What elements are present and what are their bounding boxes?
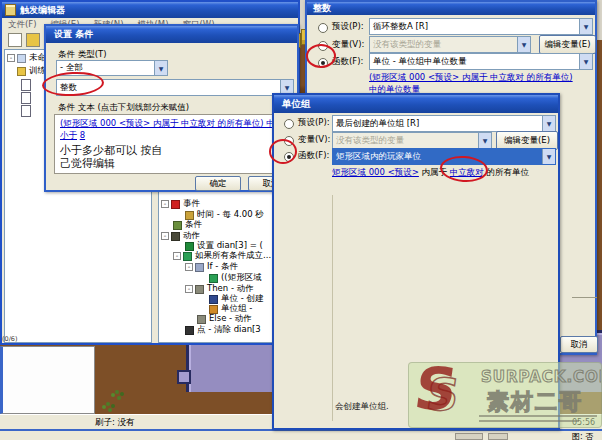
chevron-down-icon[interactable]: ▼: [542, 149, 555, 164]
divider: [572, 297, 597, 298]
panel-divider: [332, 195, 333, 421]
condition-category-combo[interactable]: - 全部 ▼: [56, 60, 168, 76]
tree-row-if-then-else[interactable]: -如果所有条件成立...: [161, 251, 271, 261]
player-link[interactable]: 中立敌对: [450, 167, 484, 177]
variable-combo: 没有该类型的变量 ▼: [369, 36, 531, 53]
chevron-down-icon[interactable]: ▼: [579, 19, 592, 34]
open-folder-icon[interactable]: [26, 33, 40, 47]
time-text: 05:56: [572, 418, 595, 427]
layer-counter: (0/6): [2, 335, 18, 343]
function-description-link[interactable]: (矩形区域 000 <预设> 内属于 中立敌对 的所有单位): [369, 72, 573, 84]
variable-radio[interactable]: [318, 41, 328, 51]
unit-group-footer-text: 会创建单位组.: [335, 401, 389, 413]
chevron-down-icon[interactable]: ▼: [542, 116, 555, 131]
trigger-doc-icon[interactable]: [21, 92, 31, 104]
set-condition-dialog: 设置 条件 条件 类型(T) - 全部 ▼ 整数 ▼ 条件 文本 (点击下划线部…: [44, 24, 299, 192]
unit-group-dialog: 单位组 预设(P): 最后创建的单位组 [R] ▼ 变量(V): 没有该类型的变…: [272, 93, 560, 430]
collapse-icon[interactable]: -: [173, 252, 181, 260]
tree-row-conditions[interactable]: 条件: [161, 220, 202, 230]
integer-dialog-title: 整数: [313, 2, 331, 15]
tree-row-point-clear[interactable]: 点 - 清除 dian[3: [161, 325, 261, 335]
chevron-down-icon[interactable]: ▼: [579, 54, 592, 69]
point-icon: [185, 326, 194, 335]
collapse-icon[interactable]: -: [7, 54, 15, 62]
preset-combo[interactable]: 最后创建的单位组 [R] ▼: [332, 115, 556, 132]
collapse-icon[interactable]: -: [161, 200, 169, 208]
variable-label: 变量(V):: [332, 39, 364, 51]
trigger-editor-titlebar[interactable]: 触发编辑器: [2, 2, 298, 18]
tree-row-if[interactable]: -If - 条件: [161, 262, 238, 272]
map-icon: [17, 54, 26, 63]
condition-type-combo[interactable]: 整数 ▼: [56, 79, 294, 96]
unit-group-titlebar[interactable]: 单位组: [274, 95, 558, 113]
set-condition-title: 设置 条件: [54, 28, 93, 41]
tree-row-else[interactable]: Else - 动作: [161, 314, 252, 324]
set-variable-icon: [185, 242, 194, 251]
condition-icon: [209, 274, 218, 283]
folder-icon: [17, 67, 26, 76]
tree-folder-row[interactable]: 训练: [17, 66, 46, 76]
value-link[interactable]: 8: [80, 130, 85, 140]
tree-row-event-time[interactable]: 时间 - 每 4.00 秒: [161, 210, 264, 220]
variable-label: 变量(V):: [298, 134, 330, 146]
cancel-button[interactable]: 取消: [560, 336, 598, 353]
preset-combo[interactable]: 循环整数A [R] ▼: [369, 18, 593, 35]
unit-icon: [209, 295, 218, 304]
chevron-down-icon[interactable]: ▼: [154, 61, 167, 75]
trigger-editor-title: 触发编辑器: [20, 4, 65, 17]
variable-combo: 没有该类型的变量 ▼: [332, 132, 492, 149]
ok-button[interactable]: 确定: [195, 176, 241, 191]
condition-operator-line: 小于 8: [60, 130, 85, 142]
condition-text-link[interactable]: (矩形区域 000 <预设> 内属于 中立敌对 的所有单位) 中的单位数量: [60, 118, 292, 130]
function-radio[interactable]: [318, 58, 328, 68]
function-combo[interactable]: 单位 - 单位组中单位数量 ▼: [369, 53, 593, 70]
function-combo[interactable]: 矩形区域内的玩家单位 ▼: [332, 148, 556, 165]
tree-row-actions[interactable]: -动作: [161, 231, 200, 241]
operator-link[interactable]: 小于: [60, 130, 77, 140]
collapse-icon[interactable]: -: [161, 232, 169, 240]
if-branch-icon: [195, 263, 204, 272]
then-branch-icon: [195, 285, 204, 294]
trigger-doc-icon[interactable]: [21, 105, 31, 117]
chevron-down-icon: ▼: [517, 37, 530, 52]
status-widget: [488, 433, 508, 440]
preset-radio[interactable]: [284, 119, 294, 129]
map-flag-text: 图: 否: [572, 431, 593, 440]
condition-icon: [173, 221, 182, 230]
grass-tuft: [106, 402, 110, 406]
annotation-note: 小于多少都可以 按自 己觉得编辑: [60, 144, 163, 170]
flag-icon: [171, 200, 180, 209]
set-condition-titlebar[interactable]: 设置 条件: [46, 26, 297, 43]
collapse-icon[interactable]: -: [185, 285, 193, 293]
chevron-down-icon: ▼: [478, 133, 491, 148]
plateau-corner: [177, 370, 191, 384]
tree-row-events[interactable]: -事件: [161, 199, 200, 209]
menu-file[interactable]: 文件(F): [8, 19, 37, 31]
function-radio[interactable]: [284, 152, 294, 162]
preset-label: 预设(P):: [298, 117, 330, 129]
new-file-icon[interactable]: [8, 33, 22, 47]
integer-dialog-titlebar[interactable]: 整数: [307, 2, 595, 15]
trigger-doc-icon[interactable]: [21, 79, 31, 91]
status-widget: [455, 433, 483, 440]
condition-text-area: (矩形区域 000 <预设> 内属于 中立敌对 的所有单位) 中的单位数量 小于…: [54, 114, 294, 174]
collapse-icon[interactable]: -: [185, 263, 193, 271]
edit-variable-button[interactable]: 编辑变量(E): [539, 35, 596, 54]
unit-group-title: 单位组: [282, 98, 311, 111]
screen: (0/6) 刷子: 没有 05:56 图: 否 触发编辑器 文件(F) 编辑(E…: [0, 0, 602, 440]
action-icon: [171, 232, 180, 241]
tree-row-if-condition[interactable]: ((矩形区域: [161, 273, 262, 283]
preset-radio[interactable]: [318, 23, 328, 33]
else-branch-icon: [197, 315, 206, 324]
condition-text-label: 条件 文本 (点击下划线部分来赋值): [58, 102, 189, 114]
scroll-icon: [5, 4, 16, 16]
side-panel: [0, 346, 95, 414]
brush-status-text: 刷子: 没有: [95, 417, 135, 429]
grass-tuft: [115, 390, 119, 394]
region-link[interactable]: 矩形区域 000 <预设>: [332, 167, 419, 177]
function-label: 函数(F):: [298, 150, 329, 162]
variable-radio[interactable]: [284, 136, 294, 146]
if-then-else-icon: [183, 252, 192, 261]
function-label: 函数(F):: [332, 56, 363, 68]
function-description: 矩形区域 000 <预设> 内属于 中立敌对 的所有单位: [332, 167, 529, 179]
